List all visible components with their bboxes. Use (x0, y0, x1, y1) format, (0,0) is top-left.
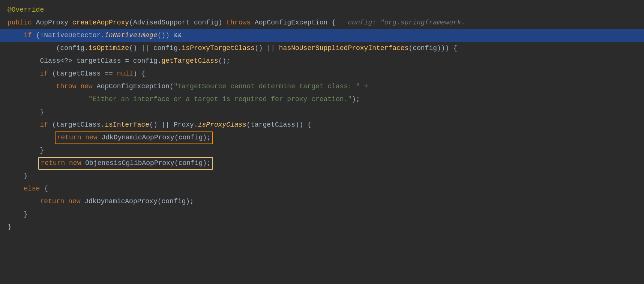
code-line-14: } (0, 170, 644, 183)
code-line-5: Class<?> targetClass = config.getTargetC… (0, 55, 644, 68)
code-line-17: } (0, 208, 644, 221)
code-line-2: public AopProxy createAopProxy(AdvisedSu… (0, 17, 644, 29)
code-line-12: } (0, 144, 644, 157)
code-line-9: } (0, 106, 644, 119)
code-line-8: "Either an interface or a target is requ… (0, 93, 644, 106)
code-line-11: return new JdkDynamicAopProxy(config); (0, 131, 644, 144)
code-line-10: if (targetClass.isInterface() || Proxy.i… (0, 119, 644, 131)
code-line-7: throw new AopConfigException("TargetSour… (0, 80, 644, 93)
code-line-3: if (!NativeDetector.inNativeImage()) && (0, 29, 644, 42)
code-line-4: (config.isOptimize() || config.isProxyTa… (0, 42, 644, 55)
code-editor: @Override public AopProxy createAopProxy… (0, 0, 644, 284)
code-line-15: else { (0, 183, 644, 195)
code-line-1: @Override (0, 4, 644, 17)
orange-highlight-box: return new JdkDynamicAopProxy(config); (55, 131, 213, 144)
yellow-highlight-box: return new ObjenesisCglibAopProxy(config… (38, 157, 213, 170)
code-line-13: return new ObjenesisCglibAopProxy(config… (0, 157, 644, 170)
code-line-6: if (targetClass == null) { (0, 68, 644, 80)
code-line-16: return new JdkDynamicAopProxy(config); (0, 195, 644, 208)
code-line-18: } (0, 221, 644, 234)
